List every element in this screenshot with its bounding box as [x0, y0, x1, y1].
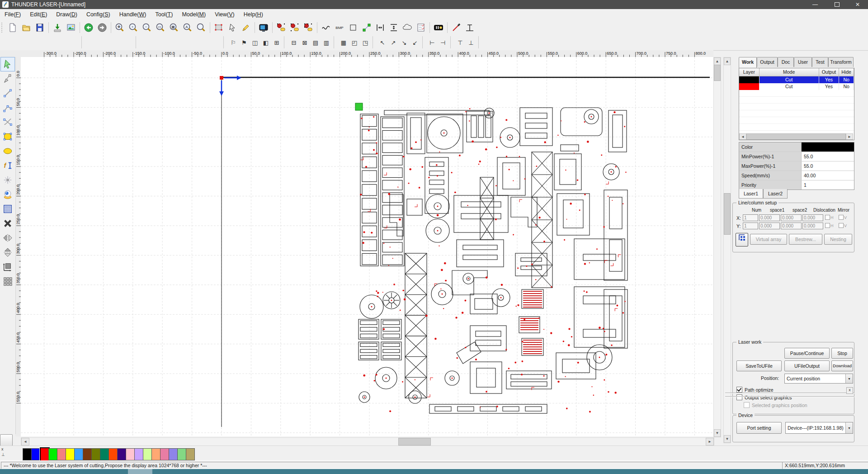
toolbar2-icon-1-3[interactable]: ▥ [321, 36, 332, 49]
zoom-out-button[interactable]: − [140, 21, 154, 34]
mirror-h-tool-button[interactable] [0, 231, 15, 245]
panel-scrollbar[interactable]: ▲ ▼ [723, 57, 731, 443]
tab-test[interactable]: Test [812, 57, 828, 67]
capture-tool-button[interactable] [0, 187, 15, 202]
palette-color-18[interactable] [177, 448, 186, 460]
stop-button[interactable]: Stop [831, 348, 853, 359]
preview-monitor-button[interactable] [257, 21, 270, 34]
palette-color-9[interactable] [100, 448, 109, 460]
lc-y-dislocation[interactable] [802, 223, 823, 229]
layer-scroll-thumb[interactable] [746, 133, 846, 140]
tab-user[interactable]: User [794, 57, 812, 67]
palette-color-6[interactable] [74, 448, 83, 460]
run-badge-button[interactable] [432, 21, 445, 34]
tab-transform[interactable]: Transform [828, 57, 854, 67]
col-hide[interactable]: Hide [839, 68, 854, 76]
frame-tool-button[interactable] [346, 21, 360, 34]
lc-y-mirror-h[interactable]: H [825, 223, 834, 228]
rect-tool-button[interactable] [0, 129, 15, 144]
toolbar2-icon-5-0[interactable]: ⊤ [455, 36, 466, 49]
curve-edit-button[interactable] [0, 115, 15, 129]
zoom-in-button[interactable]: + [127, 21, 140, 34]
toolbar2-icon-1-2[interactable]: ▤ [310, 36, 321, 49]
dot-tool-3-button[interactable] [302, 21, 315, 34]
toolbar2-icon-3-3[interactable]: ↙ [410, 36, 420, 49]
pause-continue-button[interactable]: Pause/Continue [784, 348, 830, 359]
panel-close-icon[interactable]: x [846, 387, 853, 394]
lc-x-dislocation[interactable] [802, 214, 823, 221]
palette-color-15[interactable] [151, 448, 160, 460]
import-file-button[interactable] [51, 21, 64, 34]
col-layer[interactable]: Layer [739, 68, 760, 76]
panel-scroll-up[interactable]: ▲ [724, 57, 731, 65]
col-mode[interactable]: Mode [760, 68, 819, 76]
combo-arrow-icon[interactable]: ▼ [845, 374, 853, 383]
tab-doc[interactable]: Doc [778, 57, 794, 67]
panel-scroll-down[interactable]: ▼ [724, 435, 731, 443]
toolbar2-icon-0-0[interactable]: ⚐ [228, 36, 239, 49]
node-edit-button[interactable] [0, 71, 15, 86]
palette-color-1[interactable] [31, 448, 40, 460]
toolbar2-icon-3-0[interactable]: ↖ [377, 36, 388, 49]
ufile-output-button[interactable]: UFileOutput [784, 360, 830, 371]
ellipse-tool-button[interactable] [0, 144, 15, 158]
save-to-ufile-button[interactable]: SaveToUFile [736, 360, 782, 371]
v-space-tool-button[interactable] [387, 21, 401, 34]
tab-laser2[interactable]: Laser2 [763, 189, 788, 199]
palette-color-3[interactable] [48, 448, 57, 460]
maximize-button[interactable] [826, 0, 847, 9]
drawing-canvas[interactable] [21, 57, 713, 436]
menu-item-model[interactable]: Model(M) [177, 9, 210, 20]
palette-color-8[interactable] [91, 448, 100, 460]
tab-work[interactable]: Work [739, 57, 757, 68]
toolbar2-icon-0-3[interactable]: ◧ [260, 36, 271, 49]
measure-tool-button[interactable] [463, 21, 476, 34]
virtual-array-button[interactable]: Virtual array [750, 234, 787, 245]
toolbar2-icon-3-2[interactable]: ↘ [399, 36, 410, 49]
palette-color-17[interactable] [169, 448, 178, 460]
dot-tool-2-button[interactable] [288, 21, 302, 34]
toolbar2-icon-0-4[interactable]: ⊞ [271, 36, 282, 49]
vscroll-thumb[interactable] [714, 65, 721, 81]
palette-color-12[interactable] [126, 448, 135, 460]
lc-y-space1[interactable] [759, 223, 780, 229]
palette-color-16[interactable] [160, 448, 169, 460]
array-copy-tool-button[interactable] [0, 274, 15, 289]
node-tool-button[interactable] [360, 21, 373, 34]
canvas-vscrollbar[interactable]: ▲ ▼ [713, 57, 721, 437]
array-grid-tool-button[interactable] [0, 202, 15, 216]
palette-close-icon[interactable]: x [1, 447, 4, 451]
zoom-drag-button[interactable]: ✥ [113, 21, 127, 34]
panel-scroll-thumb[interactable] [724, 193, 731, 235]
palette-color-5[interactable] [66, 448, 75, 460]
toolbar2-icon-2-2[interactable]: ◳ [360, 36, 371, 49]
datum-tool-button[interactable] [0, 260, 15, 274]
toolbar2-icon-5-1[interactable]: ⊥ [466, 36, 476, 49]
layer-row[interactable]: CutYesNo [739, 76, 854, 83]
device-drop-down[interactable]: Device---(IP:192.168.1.98)▼ [785, 422, 853, 434]
combo-arrow-icon[interactable]: ▼ [845, 422, 853, 433]
prop-color-swatch[interactable] [802, 142, 854, 152]
scroll-left-arrow[interactable]: ◄ [21, 438, 29, 446]
hscroll-thumb[interactable] [398, 438, 431, 446]
weld-tool-button[interactable] [401, 21, 414, 34]
canvas-corner-button[interactable] [0, 434, 13, 446]
palette-color-10[interactable] [108, 448, 118, 460]
palette-color-11[interactable] [117, 448, 126, 460]
line-tool-button[interactable] [0, 86, 15, 100]
laser-pen-tool-button[interactable] [449, 21, 463, 34]
toolbar2-icon-3-1[interactable]: ↗ [388, 36, 399, 49]
minimize-button[interactable]: — [805, 0, 826, 9]
selection-handle[interactable] [355, 103, 363, 110]
canvas-hscrollbar[interactable]: ◄ ► [21, 437, 714, 446]
h-space-tool-button[interactable] [373, 21, 387, 34]
new-file-button[interactable] [6, 21, 19, 34]
menu-item-draw[interactable]: Draw(D) [52, 9, 82, 20]
palette-color-0[interactable] [23, 448, 32, 460]
toolbar2-icon-1-0[interactable]: ⊟ [288, 36, 299, 49]
bmp-tool-button[interactable]: BMP [333, 21, 346, 34]
toolbar2-icon-2-1[interactable]: ◰ [349, 36, 360, 49]
select-rect-button[interactable] [212, 21, 226, 34]
menu-item-edit[interactable]: Edit(E) [25, 9, 52, 20]
menu-item-handle[interactable]: Handle(W) [115, 9, 151, 20]
